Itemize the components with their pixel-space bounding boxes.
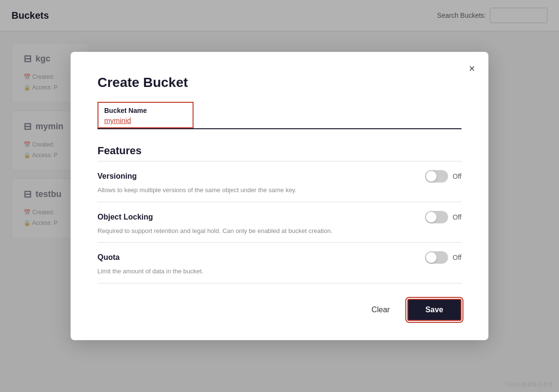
modal-title: Create Bucket bbox=[97, 75, 462, 90]
versioning-toggle-group: Off bbox=[425, 170, 462, 183]
quota-toggle-knob bbox=[426, 252, 437, 263]
versioning-toggle-knob bbox=[426, 171, 437, 182]
quota-label: Quota bbox=[97, 253, 120, 262]
versioning-toggle[interactable] bbox=[425, 170, 448, 183]
clear-button[interactable]: Clear bbox=[362, 301, 399, 319]
object-locking-toggle-knob bbox=[426, 212, 437, 222]
features-section: Features Versioning Off Allows to keep m… bbox=[97, 145, 462, 283]
versioning-toggle-label: Off bbox=[453, 172, 462, 180]
save-button[interactable]: Save bbox=[407, 299, 462, 321]
quota-toggle-label: Off bbox=[453, 254, 462, 261]
bucket-name-field-group: Bucket Name bbox=[97, 102, 462, 129]
watermark: CSDN @咸鱼王变身 bbox=[505, 381, 553, 388]
object-locking-label: Object Locking bbox=[97, 213, 153, 221]
bucket-name-container: Bucket Name bbox=[97, 102, 194, 128]
object-locking-toggle-label: Off bbox=[453, 213, 462, 221]
object-locking-toggle[interactable] bbox=[425, 211, 448, 223]
quota-toggle-group: Off bbox=[425, 251, 462, 264]
object-locking-row: Object Locking Off Required to support r… bbox=[97, 202, 462, 243]
quota-toggle[interactable] bbox=[425, 251, 448, 264]
versioning-desc: Allows to keep multiple versions of the … bbox=[97, 185, 424, 195]
close-button[interactable]: × bbox=[467, 61, 477, 76]
quota-desc: Limit the amount of data in the bucket. bbox=[97, 267, 424, 276]
bucket-name-input[interactable] bbox=[104, 116, 171, 125]
modal-overlay: × Create Bucket Bucket Name Features Ver… bbox=[0, 0, 559, 392]
bucket-name-label: Bucket Name bbox=[104, 107, 187, 114]
modal-footer: Clear Save bbox=[97, 299, 462, 321]
versioning-label: Versioning bbox=[97, 172, 137, 181]
quota-row: Quota Off Limit the amount of data in th… bbox=[97, 243, 462, 283]
create-bucket-modal: × Create Bucket Bucket Name Features Ver… bbox=[71, 52, 488, 340]
object-locking-toggle-group: Off bbox=[425, 211, 462, 223]
features-title: Features bbox=[97, 145, 462, 157]
bucket-name-underline bbox=[97, 128, 462, 129]
versioning-row: Versioning Off Allows to keep multiple v… bbox=[97, 161, 462, 202]
object-locking-desc: Required to support retention and legal … bbox=[97, 226, 424, 236]
